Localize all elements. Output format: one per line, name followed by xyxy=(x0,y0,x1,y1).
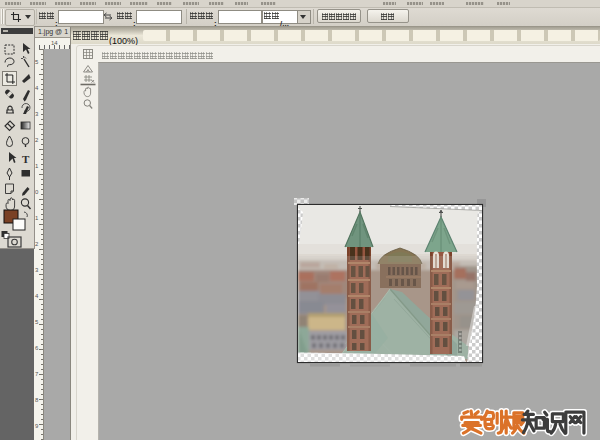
svg-text:T: T xyxy=(22,153,30,165)
